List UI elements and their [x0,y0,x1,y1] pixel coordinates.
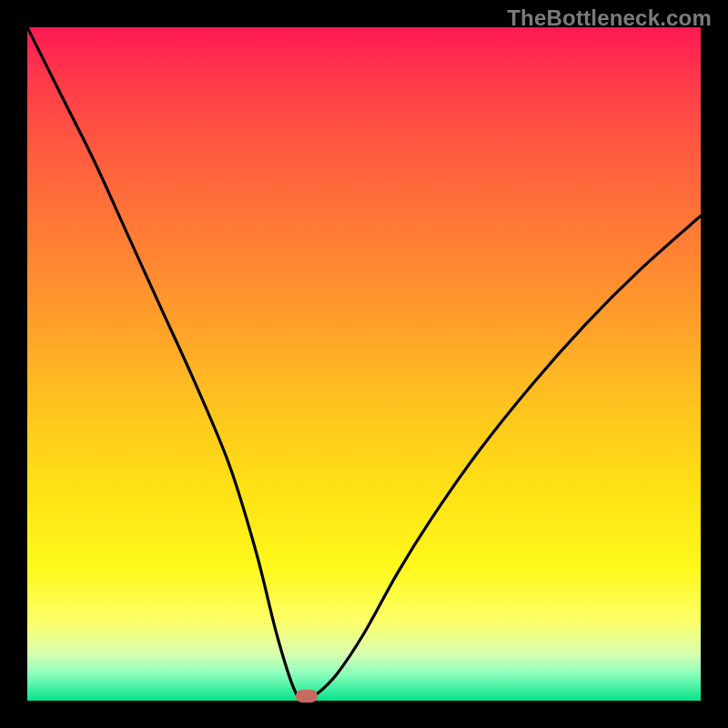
plot-area [27,27,701,701]
bottleneck-curve [27,27,701,701]
outer-frame: TheBottleneck.com [0,0,728,728]
trough-marker [296,690,318,703]
